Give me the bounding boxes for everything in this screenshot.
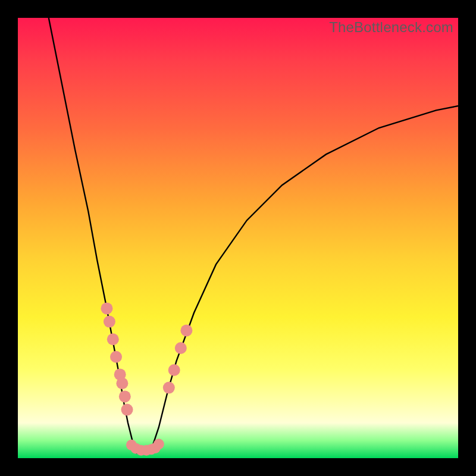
- chart-svg: [18, 18, 458, 458]
- scatter-point: [110, 351, 122, 363]
- scatter-dots: [101, 302, 192, 455]
- curve-right: [150, 106, 458, 454]
- scatter-point: [180, 324, 192, 336]
- scatter-point: [119, 390, 131, 402]
- scatter-point: [104, 316, 115, 328]
- scatter-point: [107, 333, 119, 345]
- scatter-point: [175, 342, 187, 354]
- scatter-point: [121, 404, 133, 416]
- chart-frame: TheBottleneck.com: [0, 0, 476, 476]
- scatter-point: [101, 302, 112, 314]
- scatter-point: [163, 382, 175, 394]
- scatter-point: [154, 439, 164, 449]
- plot-area: TheBottleneck.com: [18, 18, 458, 458]
- scatter-point: [168, 364, 180, 376]
- scatter-point: [116, 377, 128, 389]
